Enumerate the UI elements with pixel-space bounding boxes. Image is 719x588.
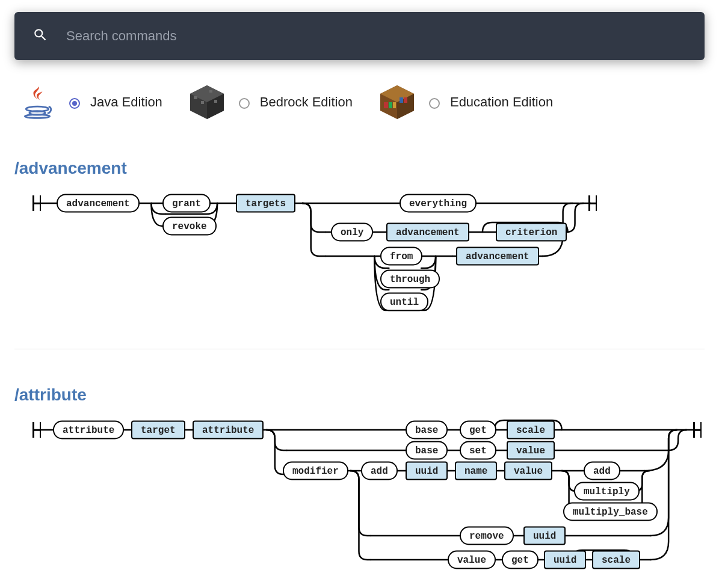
node-scale: scale [592,551,640,569]
node-advancement: advancement [57,194,140,213]
radio-bedrock[interactable] [239,98,250,109]
node-only: only [331,223,373,242]
svg-point-2 [25,115,49,118]
search-icon [32,27,48,45]
edition-selector: Java Edition Bedrock Edition [14,82,705,123]
node-revoke: revoke [162,217,217,236]
node-adv-arg: advancement [386,223,469,242]
node-modifier: modifier [283,462,348,480]
node-targets: targets [236,194,295,213]
svg-rect-15 [393,102,396,108]
node-remove: remove [460,527,514,545]
node-scale: scale [507,421,555,439]
node-value: value [504,462,552,480]
command-title[interactable]: /attribute [14,385,705,405]
node-base: base [406,421,448,439]
node-target: target [131,421,185,439]
node-add: add [361,462,398,480]
node-through: through [380,270,440,289]
command-advancement: /advancement [14,159,705,316]
syntax-diagram: advancement grant revoke targets everyth… [14,190,705,316]
rail-start [32,422,41,438]
edition-label: Bedrock Edition [260,94,353,110]
node-from: from [380,247,422,266]
node-add-op: add [584,462,620,480]
node-name: name [455,462,497,480]
node-until: until [380,293,428,311]
node-multiply: multiply [574,482,640,501]
node-uuid: uuid [406,462,448,480]
edition-bedrock[interactable]: Bedrock Edition [187,82,353,123]
edition-label: Java Edition [90,94,162,110]
node-get: get [502,551,538,569]
java-icon [17,82,58,123]
svg-rect-9 [214,100,217,103]
radio-education[interactable] [429,98,440,109]
edition-education[interactable]: Education Edition [377,82,553,123]
node-base: base [406,441,448,460]
rail-end [693,422,702,438]
command-attribute: /attribute [14,385,705,579]
node-value: value [507,441,555,460]
node-attribute: attribute [53,421,124,439]
node-everything: everything [400,194,477,213]
svg-rect-7 [201,101,204,104]
rail-start [32,195,41,211]
radio-java[interactable] [69,98,80,109]
node-uuid: uuid [544,551,586,569]
syntax-diagram: attribute target attribute base get scal… [14,417,705,579]
svg-rect-16 [400,97,403,103]
svg-rect-6 [194,96,197,99]
rail-end [588,195,597,211]
edition-label: Education Edition [450,94,553,110]
node-grant: grant [162,194,211,213]
svg-rect-13 [384,102,388,108]
search-input[interactable] [65,28,687,44]
bedrock-icon [187,82,227,123]
edition-java[interactable]: Java Edition [17,82,162,123]
command-title[interactable]: /advancement [14,159,705,178]
svg-rect-8 [209,90,212,93]
node-attr-arg: attribute [193,421,264,439]
node-set: set [460,441,496,460]
search-bar[interactable] [14,12,705,60]
education-icon [377,82,418,123]
divider [14,349,705,349]
node-get: get [460,421,496,439]
node-adv-arg2: advancement [456,247,539,266]
node-criterion: criterion [496,223,567,242]
node-multiply-base: multiply_base [563,503,658,521]
node-uuid: uuid [523,527,566,545]
node-value-kw: value [448,551,496,569]
svg-rect-17 [404,97,407,103]
svg-rect-14 [389,102,392,108]
